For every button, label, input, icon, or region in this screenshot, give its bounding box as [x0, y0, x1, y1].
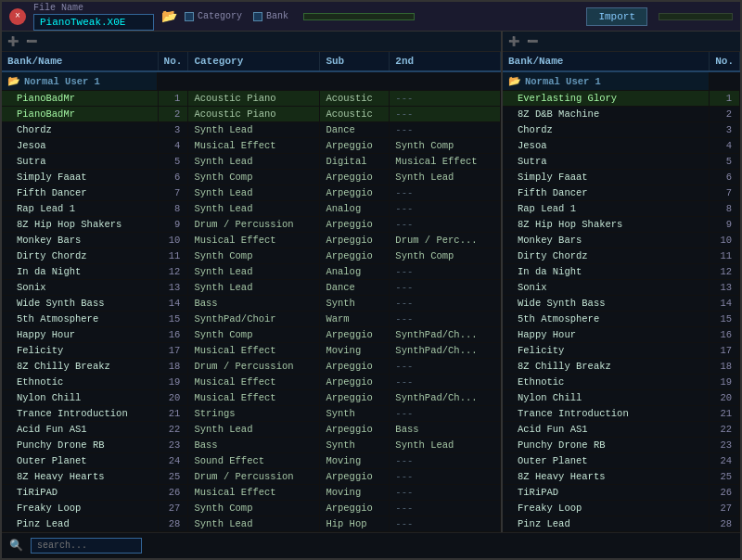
cell-2nd: ---	[390, 469, 501, 485]
table-row[interactable]: Ethnotic 19	[503, 375, 740, 390]
right-table-wrapper[interactable]: Bank/Name No. 📂 Normal User 1	[503, 52, 740, 532]
table-row[interactable]: PianoBadMr 2 Acoustic Piano Acoustic ---	[2, 107, 501, 122]
table-row[interactable]: Sutra 5	[503, 154, 740, 170]
cell-2nd: ---	[390, 280, 501, 296]
cell-name: 8Z Heavy Hearts	[2, 469, 158, 485]
table-row[interactable]: Freaky Loop 27	[503, 501, 740, 516]
table-row[interactable]: Fifth Dancer 7	[503, 185, 740, 201]
table-row[interactable]: Pinz Lead 28 Synth Lead Hip Hop ---	[2, 516, 501, 532]
table-row[interactable]: Chordz 3 Synth Lead Dance ---	[2, 122, 501, 138]
cell-2nd: Synth Comp	[390, 138, 501, 154]
table-row[interactable]: Jesoa 4 Musical Effect Arpeggio Synth Co…	[2, 138, 501, 154]
table-row[interactable]: Simply Faaat 6 Synth Comp Arpeggio Synth…	[2, 170, 501, 185]
table-row[interactable]: 8Z Hip Hop Shakers 9	[503, 217, 740, 233]
table-row[interactable]: Chordz 3	[503, 122, 740, 138]
table-row[interactable]: Freaky Loop 27 Synth Comp Arpeggio ---	[2, 501, 501, 516]
table-row[interactable]: Rap Lead 1 8	[503, 201, 740, 217]
table-row[interactable]: Outer Planet 24 Sound Effect Moving ---	[2, 453, 501, 469]
table-row[interactable]: Sonix 13 Synth Lead Dance ---	[2, 280, 501, 296]
cell-2nd: ---	[390, 516, 501, 532]
table-row[interactable]: Nylon Chill 20 Musical Effect Arpeggio S…	[2, 390, 501, 406]
right-remove-button[interactable]: ➖	[525, 36, 540, 47]
table-row[interactable]: Dirty Hook 29 Synth Lead Analog ---	[2, 532, 501, 533]
table-row[interactable]: Punchy Drone RB 23 Bass Synth Synth Lead	[2, 438, 501, 453]
table-row[interactable]: Jesoa 4	[503, 138, 740, 154]
left-add-button[interactable]: ➕	[6, 36, 20, 47]
table-row[interactable]: Felicity 17 Musical Effect Moving SynthP…	[2, 343, 501, 359]
table-row[interactable]: Simply Faaat 6	[503, 170, 740, 185]
table-row[interactable]: Wide Synth Bass 14	[503, 296, 740, 312]
table-row[interactable]: Dirty Chordz 11	[503, 248, 740, 264]
col-bank-name[interactable]: Bank/Name	[2, 52, 158, 71]
category-checkbox[interactable]: Category	[185, 11, 242, 21]
cell-no: 29	[158, 532, 188, 533]
file-input[interactable]	[33, 14, 154, 31]
table-row[interactable]: Happy Hour 16	[503, 327, 740, 343]
table-row[interactable]: 8Z Heavy Hearts 25	[503, 469, 740, 485]
table-row[interactable]: Ethnotíc 19 Musical Effect Arpeggio ---	[2, 375, 501, 390]
table-row[interactable]: In da Night 12 Synth Lead Analog ---	[2, 264, 501, 280]
table-row[interactable]: Punchy Drone RB 23	[503, 438, 740, 453]
table-row[interactable]: Happy Hour 16 Synth Comp Arpeggio SynthP…	[2, 327, 501, 343]
cell-sub: Arpeggio	[320, 327, 390, 343]
table-row[interactable]: Dirty Chordz 11 Synth Comp Arpeggio Synt…	[2, 248, 501, 264]
cell-no: 13	[158, 280, 188, 296]
table-row[interactable]: Trance Introduction 21	[503, 406, 740, 422]
table-row[interactable]: Everlasting Glory 1	[503, 91, 740, 107]
bank-checkbox[interactable]: Bank	[253, 11, 288, 21]
cell-name: Sutra	[2, 154, 158, 170]
table-row[interactable]: Felicity 17	[503, 343, 740, 359]
table-row[interactable]: 8Z Chilly Breakz 18 Drum / Percussion Ar…	[2, 359, 501, 375]
left-remove-button[interactable]: ➖	[24, 36, 39, 47]
table-row[interactable]: Wide Synth Bass 14 Bass Synth ---	[2, 296, 501, 312]
table-row[interactable]: Monkey Bars 10	[503, 233, 740, 248]
table-row[interactable]: Fifth Dancer 7 Synth Lead Arpeggio ---	[2, 185, 501, 201]
import-button[interactable]: Import	[586, 7, 647, 26]
table-row[interactable]: 8Z D&B Machine 2	[503, 107, 740, 122]
table-row[interactable]: 5th Atmosphere 15	[503, 312, 740, 327]
table-row[interactable]: 8Z Hip Hop Shakers 9 Drum / Percussion A…	[2, 217, 501, 233]
table-row[interactable]: Monkey Bars 10 Musical Effect Arpeggio D…	[2, 233, 501, 248]
search-input[interactable]	[31, 538, 142, 554]
cell-name: Dirty Chordz	[2, 248, 158, 264]
close-button[interactable]: ×	[9, 8, 26, 25]
table-row[interactable]: Acid Fun AS1 22 Synth Lead Arpeggio Bass	[2, 422, 501, 438]
cell-right-name: Outer Planet	[503, 453, 710, 469]
table-row[interactable]: Rap Lead 1 8 Synth Lead Analog ---	[2, 201, 501, 217]
search-icon: 🔍	[9, 539, 23, 553]
col-no[interactable]: No.	[158, 52, 188, 71]
table-row[interactable]: Outer Planet 24	[503, 453, 740, 469]
cell-name: Acid Fun AS1	[2, 422, 158, 438]
left-table-wrapper[interactable]: Bank/Name No. Category Sub 2nd 📂	[2, 52, 501, 532]
table-row[interactable]: PianoBadMr 1 Acoustic Piano Acoustic ---	[2, 91, 501, 107]
cell-no: 23	[158, 438, 188, 453]
table-row[interactable]: TiRiPAD 26	[503, 485, 740, 501]
table-row[interactable]: Pinz Lead 28	[503, 516, 740, 532]
table-row[interactable]: In da Night 12	[503, 264, 740, 280]
table-row[interactable]: Sonix 13	[503, 280, 740, 296]
right-add-button[interactable]: ➕	[506, 36, 521, 47]
cell-name: Fifth Dancer	[2, 185, 158, 201]
cell-2nd: Musical Effect	[390, 154, 501, 170]
col-category[interactable]: Category	[188, 52, 320, 71]
table-row[interactable]: Acid Fun AS1 22	[503, 422, 740, 438]
cell-no: 12	[158, 264, 188, 280]
main-content: ➕ ➖ Bank/Name No. Category Sub 2nd	[2, 32, 740, 532]
table-row[interactable]: Dirty Hook 29	[503, 532, 740, 533]
table-row[interactable]: Sutra 5 Synth Lead Digital Musical Effec…	[2, 154, 501, 170]
table-row[interactable]: Nylon Chill 20	[503, 390, 740, 406]
cell-no: 7	[158, 185, 188, 201]
cell-no: 25	[158, 469, 188, 485]
cell-right-name: Everlasting Glory	[503, 91, 710, 107]
table-row[interactable]: 8Z Chilly Breakz 18	[503, 359, 740, 375]
col-right-bank-name[interactable]: Bank/Name	[503, 52, 710, 71]
table-row[interactable]: 8Z Heavy Hearts 25 Drum / Percussion Arp…	[2, 469, 501, 485]
table-row[interactable]: TiRiPAD 26 Musical Effect Moving ---	[2, 485, 501, 501]
cell-cat: Synth Lead	[188, 422, 320, 438]
col-2nd[interactable]: 2nd	[390, 52, 501, 71]
col-right-no[interactable]: No.	[710, 52, 740, 71]
table-row[interactable]: 5th Atmosphere 15 SynthPad/Choir Warm --…	[2, 312, 501, 327]
folder-icon[interactable]: 📂	[161, 8, 177, 24]
col-sub[interactable]: Sub	[320, 52, 390, 71]
table-row[interactable]: Trance Introduction 21 Strings Synth ---	[2, 406, 501, 422]
